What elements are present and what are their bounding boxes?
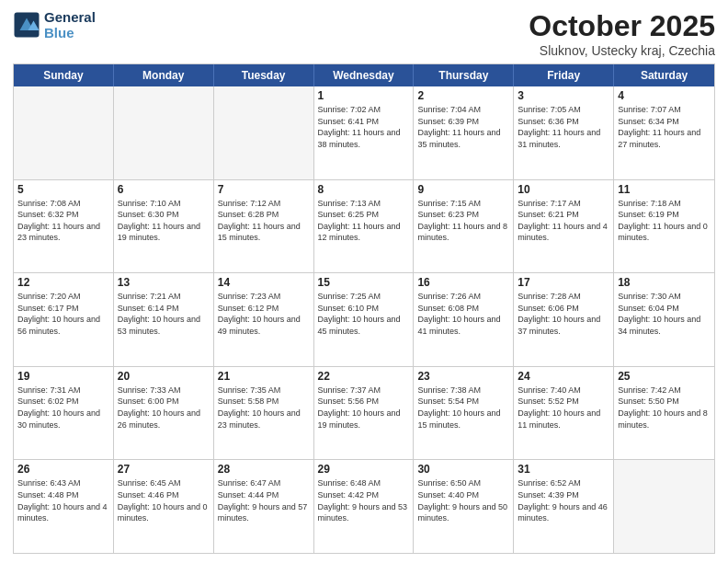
day-number: 8: [318, 183, 410, 196]
calendar-cell: 4 Sunrise: 7:07 AMSunset: 6:34 PMDayligh…: [614, 86, 714, 179]
calendar-cell: 30 Sunrise: 6:50 AMSunset: 4:40 PMDaylig…: [414, 460, 514, 553]
calendar-row-1: 1 Sunrise: 7:02 AMSunset: 6:41 PMDayligh…: [14, 86, 714, 180]
cell-info: Sunrise: 7:40 AMSunset: 5:52 PMDaylight:…: [518, 385, 609, 431]
calendar-cell: 14 Sunrise: 7:23 AMSunset: 6:12 PMDaylig…: [214, 273, 314, 366]
calendar-row-4: 19 Sunrise: 7:31 AMSunset: 6:02 PMDaylig…: [14, 367, 714, 461]
cell-info: Sunrise: 7:02 AMSunset: 6:41 PMDaylight:…: [318, 104, 410, 150]
header-tuesday: Tuesday: [214, 64, 314, 86]
calendar: Sunday Monday Tuesday Wednesday Thursday…: [13, 63, 715, 554]
calendar-cell: 23 Sunrise: 7:38 AMSunset: 5:54 PMDaylig…: [414, 367, 514, 460]
calendar-cell: 18 Sunrise: 7:30 AMSunset: 6:04 PMDaylig…: [614, 273, 714, 366]
day-number: 2: [417, 89, 509, 102]
calendar-body: 1 Sunrise: 7:02 AMSunset: 6:41 PMDayligh…: [14, 86, 714, 553]
cell-info: Sunrise: 7:17 AMSunset: 6:21 PMDaylight:…: [518, 198, 609, 244]
calendar-cell: 1 Sunrise: 7:02 AMSunset: 6:41 PMDayligh…: [314, 86, 415, 179]
calendar-row-3: 12 Sunrise: 7:20 AMSunset: 6:17 PMDaylig…: [14, 273, 714, 367]
logo: General Blue: [13, 9, 96, 40]
day-number: 9: [417, 183, 509, 196]
day-number: 7: [218, 183, 310, 196]
day-number: 15: [318, 276, 410, 289]
calendar-cell: 15 Sunrise: 7:25 AMSunset: 6:10 PMDaylig…: [314, 273, 415, 366]
cell-info: Sunrise: 7:07 AMSunset: 6:34 PMDaylight:…: [618, 104, 711, 150]
day-number: 22: [318, 370, 410, 383]
cell-info: Sunrise: 6:48 AMSunset: 4:42 PMDaylight:…: [318, 477, 410, 523]
calendar-header: Sunday Monday Tuesday Wednesday Thursday…: [14, 64, 714, 86]
cell-info: Sunrise: 7:10 AMSunset: 6:30 PMDaylight:…: [118, 198, 210, 244]
cell-info: Sunrise: 7:37 AMSunset: 5:56 PMDaylight:…: [318, 385, 410, 431]
day-number: 11: [618, 183, 711, 196]
cell-info: Sunrise: 7:42 AMSunset: 5:50 PMDaylight:…: [618, 385, 711, 431]
cell-info: Sunrise: 7:05 AMSunset: 6:36 PMDaylight:…: [518, 104, 609, 150]
calendar-cell: [214, 86, 314, 179]
calendar-cell: 8 Sunrise: 7:13 AMSunset: 6:25 PMDayligh…: [314, 180, 415, 273]
cell-info: Sunrise: 6:52 AMSunset: 4:39 PMDaylight:…: [518, 477, 609, 523]
day-number: 20: [118, 370, 210, 383]
cell-info: Sunrise: 7:38 AMSunset: 5:54 PMDaylight:…: [417, 385, 509, 431]
day-number: 17: [518, 276, 609, 289]
calendar-cell: 26 Sunrise: 6:43 AMSunset: 4:48 PMDaylig…: [14, 460, 114, 553]
cell-info: Sunrise: 6:47 AMSunset: 4:44 PMDaylight:…: [218, 477, 310, 523]
day-number: 28: [218, 463, 310, 476]
cell-info: Sunrise: 7:13 AMSunset: 6:25 PMDaylight:…: [318, 198, 410, 244]
cell-info: Sunrise: 7:18 AMSunset: 6:19 PMDaylight:…: [618, 198, 711, 244]
day-number: 29: [318, 463, 410, 476]
day-number: 24: [518, 370, 609, 383]
calendar-cell: [114, 86, 214, 179]
day-number: 21: [218, 370, 310, 383]
calendar-row-5: 26 Sunrise: 6:43 AMSunset: 4:48 PMDaylig…: [14, 460, 714, 553]
day-number: 23: [417, 370, 509, 383]
calendar-cell: 27 Sunrise: 6:45 AMSunset: 4:46 PMDaylig…: [114, 460, 214, 553]
header-thursday: Thursday: [414, 64, 514, 86]
calendar-cell: 19 Sunrise: 7:31 AMSunset: 6:02 PMDaylig…: [14, 367, 114, 460]
calendar-cell: 6 Sunrise: 7:10 AMSunset: 6:30 PMDayligh…: [114, 180, 214, 273]
calendar-cell: 31 Sunrise: 6:52 AMSunset: 4:39 PMDaylig…: [514, 460, 614, 553]
calendar-cell: 28 Sunrise: 6:47 AMSunset: 4:44 PMDaylig…: [214, 460, 314, 553]
calendar-cell: 5 Sunrise: 7:08 AMSunset: 6:32 PMDayligh…: [14, 180, 114, 273]
cell-info: Sunrise: 7:15 AMSunset: 6:23 PMDaylight:…: [417, 198, 509, 244]
cell-info: Sunrise: 7:26 AMSunset: 6:08 PMDaylight:…: [417, 291, 509, 337]
calendar-cell: 24 Sunrise: 7:40 AMSunset: 5:52 PMDaylig…: [514, 367, 614, 460]
header-saturday: Saturday: [614, 64, 714, 86]
cell-info: Sunrise: 7:33 AMSunset: 6:00 PMDaylight:…: [118, 385, 210, 431]
cell-info: Sunrise: 7:35 AMSunset: 5:58 PMDaylight:…: [218, 385, 310, 431]
logo-icon: [13, 11, 40, 39]
day-number: 14: [218, 276, 310, 289]
calendar-cell: 12 Sunrise: 7:20 AMSunset: 6:17 PMDaylig…: [14, 273, 114, 366]
calendar-cell: 3 Sunrise: 7:05 AMSunset: 6:36 PMDayligh…: [514, 86, 614, 179]
calendar-cell: 25 Sunrise: 7:42 AMSunset: 5:50 PMDaylig…: [614, 367, 714, 460]
cell-info: Sunrise: 7:23 AMSunset: 6:12 PMDaylight:…: [218, 291, 310, 337]
cell-info: Sunrise: 6:50 AMSunset: 4:40 PMDaylight:…: [417, 477, 509, 523]
day-number: 25: [618, 370, 711, 383]
calendar-row-2: 5 Sunrise: 7:08 AMSunset: 6:32 PMDayligh…: [14, 180, 714, 274]
calendar-cell: 13 Sunrise: 7:21 AMSunset: 6:14 PMDaylig…: [114, 273, 214, 366]
calendar-cell: 2 Sunrise: 7:04 AMSunset: 6:39 PMDayligh…: [414, 86, 514, 179]
page: General Blue October 2025 Sluknov, Ustec…: [0, 0, 728, 563]
cell-info: Sunrise: 7:25 AMSunset: 6:10 PMDaylight:…: [318, 291, 410, 337]
calendar-cell: 20 Sunrise: 7:33 AMSunset: 6:00 PMDaylig…: [114, 367, 214, 460]
subtitle: Sluknov, Ustecky kraj, Czechia: [529, 43, 715, 58]
header-sunday: Sunday: [14, 64, 114, 86]
calendar-cell: 21 Sunrise: 7:35 AMSunset: 5:58 PMDaylig…: [214, 367, 314, 460]
day-number: 3: [518, 89, 609, 102]
calendar-cell: 10 Sunrise: 7:17 AMSunset: 6:21 PMDaylig…: [514, 180, 614, 273]
day-number: 27: [118, 463, 210, 476]
day-number: 5: [17, 183, 109, 196]
calendar-cell: [14, 86, 114, 179]
cell-info: Sunrise: 7:21 AMSunset: 6:14 PMDaylight:…: [118, 291, 210, 337]
cell-info: Sunrise: 6:45 AMSunset: 4:46 PMDaylight:…: [118, 477, 210, 523]
day-number: 19: [17, 370, 109, 383]
header-wednesday: Wednesday: [314, 64, 415, 86]
header-monday: Monday: [114, 64, 214, 86]
header: General Blue October 2025 Sluknov, Ustec…: [13, 9, 715, 58]
cell-info: Sunrise: 7:30 AMSunset: 6:04 PMDaylight:…: [618, 291, 711, 337]
day-number: 13: [118, 276, 210, 289]
day-number: 6: [118, 183, 210, 196]
day-number: 26: [17, 463, 109, 476]
day-number: 31: [518, 463, 609, 476]
calendar-cell: 9 Sunrise: 7:15 AMSunset: 6:23 PMDayligh…: [414, 180, 514, 273]
cell-info: Sunrise: 7:28 AMSunset: 6:06 PMDaylight:…: [518, 291, 609, 337]
cell-info: Sunrise: 7:31 AMSunset: 6:02 PMDaylight:…: [17, 385, 109, 431]
calendar-cell: [614, 460, 714, 553]
calendar-cell: 11 Sunrise: 7:18 AMSunset: 6:19 PMDaylig…: [614, 180, 714, 273]
calendar-cell: 7 Sunrise: 7:12 AMSunset: 6:28 PMDayligh…: [214, 180, 314, 273]
